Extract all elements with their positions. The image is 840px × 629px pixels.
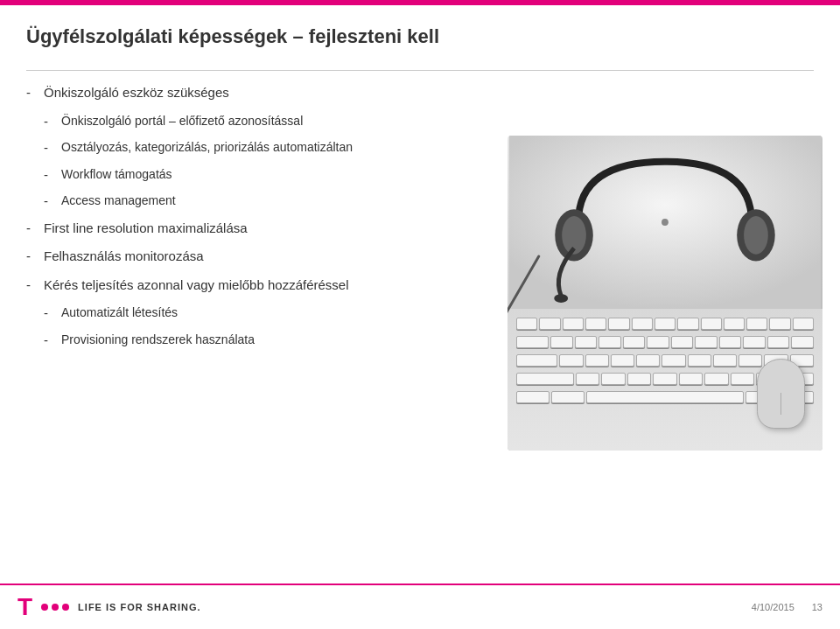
bullet-text: Workflow támogatás [61, 165, 172, 184]
list-item: - First line resolution maximalizálása [26, 219, 534, 239]
list-item: - Önkiszolgáló portál – előfizető azonos… [26, 112, 534, 132]
bullet-dash: - [26, 219, 44, 239]
bullet-text: Önkiszolgáló eszköz szükséges [44, 83, 229, 103]
footer: T LIFE IS FOR SHARING. 4/10/2015 13 [0, 584, 840, 629]
mouse-illustration [757, 359, 805, 429]
list-item: - Kérés teljesítés azonnal vagy mielőbb … [26, 276, 534, 296]
bullet-dash: - [26, 83, 44, 103]
slide-image [508, 136, 822, 451]
logo-dot-3 [62, 604, 69, 611]
footer-date: 4/10/2015 [752, 602, 794, 612]
bullet-text: Osztályozás, kategorizálás, priorizálás … [61, 138, 353, 157]
list-item: - Felhasználás monitorozása [26, 247, 534, 267]
list-item: - Workflow támogatás [26, 165, 534, 185]
logo-dot-2 [52, 604, 59, 611]
logo-t-icon: T [18, 593, 32, 621]
footer-tagline: LIFE IS FOR SHARING. [78, 602, 200, 612]
bullet-dash: - [44, 112, 61, 132]
slide: Ügyfélszolgálati képességek – fejleszten… [0, 0, 840, 629]
bullet-dash: - [44, 165, 61, 185]
list-item: - Provisioning rendszerek használata [26, 331, 534, 351]
logo-area: T LIFE IS FOR SHARING. [18, 593, 201, 621]
bullet-text: First line resolution maximalizálása [44, 219, 248, 239]
bullet-text: Access management [61, 192, 176, 210]
access-management-item: - Access management [26, 192, 534, 212]
bullet-text: Automatizált létesítés [61, 304, 178, 322]
bullet-text: Felhasználás monitorozása [44, 247, 204, 267]
bullet-text: Provisioning rendszerek használata [61, 331, 255, 349]
bullet-dash: - [44, 331, 61, 351]
svg-point-4 [744, 216, 768, 255]
headset-illustration [508, 136, 822, 309]
bullet-dash: - [44, 304, 61, 324]
list-item: - Osztályozás, kategorizálás, priorizálá… [26, 138, 534, 158]
title-divider [26, 70, 814, 71]
list-item: - Automatizált létesítés [26, 304, 534, 324]
svg-point-6 [662, 219, 668, 226]
content-area: - Önkiszolgáló eszköz szükséges - Önkisz… [26, 83, 534, 357]
bullet-dash: - [26, 247, 44, 267]
bullet-text: Önkiszolgáló portál – előfizető azonosít… [61, 112, 303, 130]
logo-dots [41, 604, 69, 611]
slide-title: Ügyfélszolgálati képességek – fejleszten… [26, 24, 814, 50]
bullet-text: Kérés teljesítés azonnal vagy mielőbb ho… [44, 276, 349, 296]
list-item: - Önkiszolgáló eszköz szükséges [26, 83, 534, 103]
bullet-dash: - [44, 138, 61, 158]
footer-page-number: 13 [812, 602, 822, 612]
svg-point-5 [554, 294, 568, 303]
footer-right: 4/10/2015 13 [752, 602, 822, 612]
logo-dot-1 [41, 604, 48, 611]
top-accent-bar [0, 0, 840, 5]
bullet-dash: - [44, 192, 61, 212]
bullet-dash: - [26, 276, 44, 296]
